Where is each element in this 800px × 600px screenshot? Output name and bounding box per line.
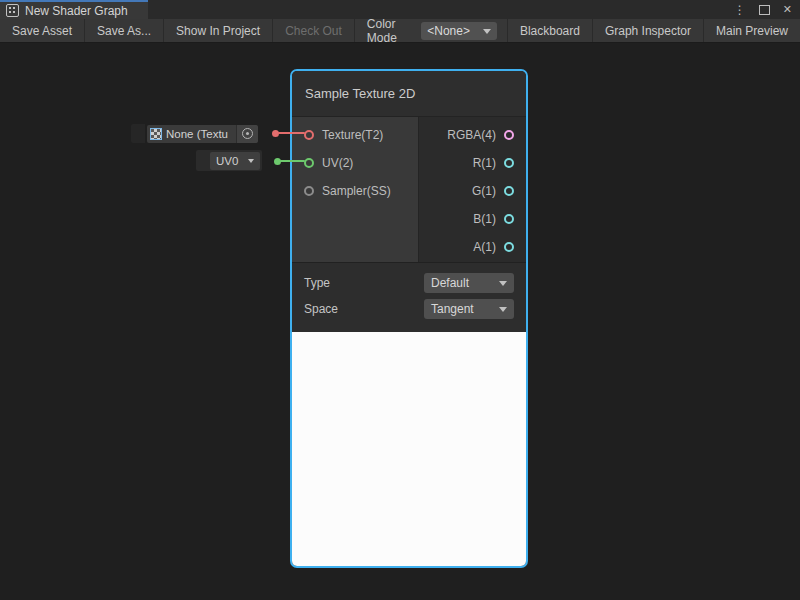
port-label: G(1) [472, 184, 496, 198]
port-label: Texture(T2) [322, 128, 383, 142]
port-row-uv: UV(2) [292, 149, 418, 177]
input-port-sampler[interactable] [304, 186, 314, 196]
more-options-icon[interactable]: ⋮ [734, 4, 746, 16]
output-ports: RGBA(4) R(1) G(1) B(1) A(1) [419, 117, 526, 262]
output-port-g[interactable] [504, 186, 514, 196]
port-label: RGBA(4) [447, 128, 496, 142]
object-picker-button[interactable] [236, 125, 258, 143]
chevron-down-icon [248, 159, 254, 163]
close-icon[interactable]: ✕ [783, 4, 792, 15]
node-port-area: Texture(T2) UV(2) Sampler(SS) RGBA(4) R(… [292, 117, 526, 262]
chevron-down-icon [499, 281, 507, 286]
port-label: UV(2) [322, 156, 353, 170]
uv-channel-row: UV0 [196, 150, 262, 171]
node-controls: Type Default Space Tangent [292, 262, 526, 332]
port-label: A(1) [473, 240, 496, 254]
port-row-sampler: Sampler(SS) [292, 177, 418, 205]
port-row-rgba: RGBA(4) [419, 121, 526, 149]
type-label: Type [304, 276, 330, 290]
space-value: Tangent [431, 302, 474, 316]
input-port-uv[interactable] [304, 158, 314, 168]
node-title[interactable]: Sample Texture 2D [292, 71, 526, 117]
color-mode-dropdown[interactable]: <None> [421, 22, 497, 40]
main-preview-toggle-button[interactable]: Main Preview [703, 19, 800, 42]
texture-field-stub [131, 124, 145, 143]
output-port-r[interactable] [504, 158, 514, 168]
port-row-texture: Texture(T2) [292, 121, 418, 149]
node-sample-texture-2d[interactable]: Sample Texture 2D Texture(T2) UV(2) Samp… [290, 69, 528, 568]
port-row-b: B(1) [419, 205, 526, 233]
type-value: Default [431, 276, 469, 290]
texture-thumbnail-icon [150, 128, 162, 140]
space-label: Space [304, 302, 338, 316]
input-ports: Texture(T2) UV(2) Sampler(SS) [292, 117, 419, 262]
port-label: Sampler(SS) [322, 184, 391, 198]
blackboard-toggle-button[interactable]: Blackboard [507, 19, 592, 42]
edge-texture[interactable] [278, 132, 305, 134]
save-asset-button[interactable]: Save Asset [0, 19, 85, 42]
output-port-rgba[interactable] [504, 130, 514, 140]
port-row-r: R(1) [419, 149, 526, 177]
edge-uv[interactable] [280, 160, 305, 162]
graph-toolbar: Save Asset Save As... Show In Project Ch… [0, 19, 800, 43]
output-port-a[interactable] [504, 242, 514, 252]
show-in-project-button[interactable]: Show In Project [164, 19, 273, 42]
graph-inspector-toggle-button[interactable]: Graph Inspector [592, 19, 703, 42]
space-dropdown[interactable]: Tangent [424, 299, 514, 319]
control-row-space: Space Tangent [304, 296, 514, 322]
node-preview [292, 332, 526, 566]
texture-object-field[interactable]: None (Textu [147, 125, 258, 143]
texture-field-value: None (Textu [166, 128, 236, 140]
color-mode-label: Color Mode [355, 19, 421, 42]
texture-field-row: None (Textu [131, 123, 258, 144]
port-label: R(1) [473, 156, 496, 170]
check-out-button[interactable]: Check Out [273, 19, 355, 42]
chevron-down-icon [483, 29, 491, 34]
output-port-b[interactable] [504, 214, 514, 224]
chevron-down-icon [499, 307, 507, 312]
maximize-icon[interactable] [759, 5, 770, 15]
tab-new-shader-graph[interactable]: New Shader Graph [0, 0, 148, 19]
uv-channel-value: UV0 [216, 155, 238, 167]
window-controls: ⋮ ✕ [734, 0, 800, 19]
save-as-button[interactable]: Save As... [85, 19, 164, 42]
input-port-texture[interactable] [304, 130, 314, 140]
port-label: B(1) [473, 212, 496, 226]
uv-channel-dropdown[interactable]: UV0 [210, 152, 260, 170]
port-row-g: G(1) [419, 177, 526, 205]
type-dropdown[interactable]: Default [424, 273, 514, 293]
port-row-a: A(1) [419, 233, 526, 261]
tab-title: New Shader Graph [25, 4, 128, 18]
control-row-type: Type Default [304, 270, 514, 296]
shader-graph-icon [6, 4, 19, 17]
color-mode-value: <None> [427, 24, 470, 38]
object-picker-icon [242, 128, 253, 139]
